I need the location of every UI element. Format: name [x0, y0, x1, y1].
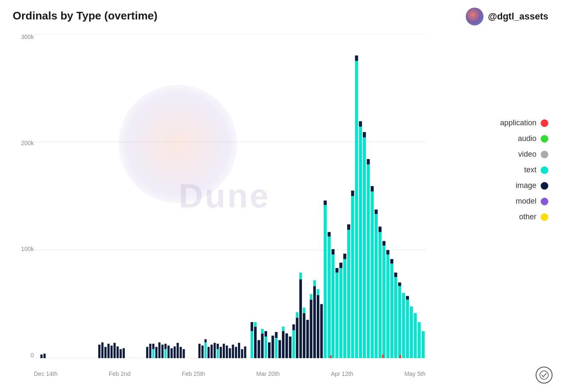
svg-rect-61 [279, 340, 281, 358]
svg-rect-117 [390, 259, 393, 264]
legend-item-video: video [500, 150, 548, 159]
legend-item-image: image [500, 181, 548, 190]
svg-rect-35 [210, 345, 213, 358]
chart-title: Ordinals by Type (overtime) [13, 9, 158, 22]
svg-rect-88 [335, 273, 338, 358]
legend-item-other: other [500, 213, 548, 221]
chart-container: Ordinals by Type (overtime) @dgtl_assets… [0, 0, 561, 392]
svg-rect-79 [317, 295, 319, 358]
legend-item-model: model [500, 197, 548, 206]
svg-rect-47 [244, 346, 246, 358]
svg-rect-37 [217, 349, 219, 358]
svg-rect-112 [382, 246, 385, 358]
svg-rect-116 [390, 264, 393, 358]
legend-item-text: text [500, 166, 548, 174]
svg-rect-86 [332, 254, 334, 358]
legend-dot-model [541, 198, 548, 205]
svg-rect-44 [235, 347, 237, 358]
svg-rect-50 [254, 327, 257, 358]
legend-label-other: other [519, 213, 536, 221]
svg-rect-90 [340, 268, 343, 358]
svg-rect-10 [111, 345, 113, 358]
svg-rect-38 [217, 344, 219, 349]
svg-rect-95 [347, 224, 350, 230]
legend-item-application: application [500, 119, 548, 127]
svg-rect-15 [146, 347, 148, 358]
svg-rect-41 [226, 345, 228, 358]
svg-rect-21 [161, 345, 163, 358]
svg-rect-31 [202, 345, 204, 358]
svg-rect-124 [406, 296, 409, 300]
svg-rect-108 [375, 214, 378, 358]
svg-rect-39 [220, 347, 222, 358]
svg-rect-33 [205, 339, 207, 342]
svg-rect-9 [108, 344, 110, 358]
x-label-feb25: Feb 25th [182, 370, 205, 377]
avatar [466, 8, 484, 25]
svg-rect-66 [293, 330, 295, 358]
svg-rect-25 [171, 348, 173, 358]
svg-rect-67 [293, 324, 295, 330]
svg-rect-98 [355, 61, 358, 358]
svg-rect-125 [410, 306, 413, 358]
svg-rect-55 [265, 337, 267, 358]
svg-rect-36 [213, 343, 216, 358]
svg-rect-84 [328, 237, 331, 358]
x-label-dec14: Dec 14th [34, 370, 58, 377]
svg-rect-8 [105, 347, 107, 358]
legend-label-audio: audio [518, 134, 536, 143]
svg-rect-97 [351, 190, 354, 196]
twitter-handle: @dgtl_assets [488, 11, 548, 22]
svg-rect-63 [282, 327, 285, 331]
svg-rect-73 [303, 308, 305, 313]
svg-rect-85 [328, 232, 331, 237]
x-label-mar20: Mar 20th [256, 370, 279, 377]
svg-rect-129 [330, 356, 332, 358]
svg-rect-32 [205, 342, 207, 358]
y-label-300k: 300k [21, 34, 34, 40]
x-label-may5: May 5th [404, 370, 426, 377]
svg-rect-62 [282, 331, 285, 358]
legend-label-image: image [516, 181, 536, 190]
y-label-200k: 200k [21, 140, 34, 146]
svg-rect-119 [394, 273, 397, 277]
svg-rect-77 [313, 286, 316, 358]
svg-rect-14 [123, 348, 125, 358]
svg-rect-29 [183, 349, 185, 358]
svg-rect-54 [261, 329, 264, 334]
legend-dot-other [541, 213, 548, 221]
legend-label-model: model [516, 197, 536, 206]
svg-rect-59 [275, 338, 277, 358]
svg-rect-82 [324, 205, 327, 358]
svg-rect-131 [399, 355, 401, 358]
svg-rect-123 [406, 300, 409, 358]
svg-rect-34 [207, 347, 210, 358]
svg-rect-118 [394, 277, 397, 359]
header-right: @dgtl_assets [466, 8, 548, 25]
svg-rect-80 [317, 289, 319, 295]
svg-rect-94 [347, 230, 350, 358]
svg-rect-45 [238, 343, 240, 358]
svg-rect-76 [310, 294, 312, 300]
y-axis-labels: 300k 200k 100k 0 [8, 34, 34, 358]
svg-rect-40 [223, 344, 225, 358]
svg-rect-113 [382, 241, 385, 246]
svg-rect-104 [367, 165, 370, 358]
svg-rect-49 [251, 322, 253, 331]
svg-rect-122 [402, 293, 405, 358]
svg-rect-99 [355, 55, 358, 61]
svg-rect-106 [371, 191, 374, 358]
x-axis-labels: Dec 14th Feb 2nd Feb 25th Mar 20th Apr 1… [34, 370, 426, 377]
svg-rect-100 [359, 127, 362, 358]
svg-rect-53 [261, 333, 264, 358]
svg-rect-22 [164, 349, 166, 358]
svg-rect-4 [40, 354, 42, 358]
svg-rect-83 [324, 201, 327, 205]
svg-rect-46 [241, 349, 243, 358]
svg-rect-96 [351, 196, 354, 358]
svg-rect-92 [343, 259, 346, 358]
svg-rect-13 [119, 349, 122, 358]
svg-rect-120 [398, 286, 401, 358]
svg-rect-57 [268, 342, 271, 358]
svg-rect-27 [177, 343, 179, 358]
